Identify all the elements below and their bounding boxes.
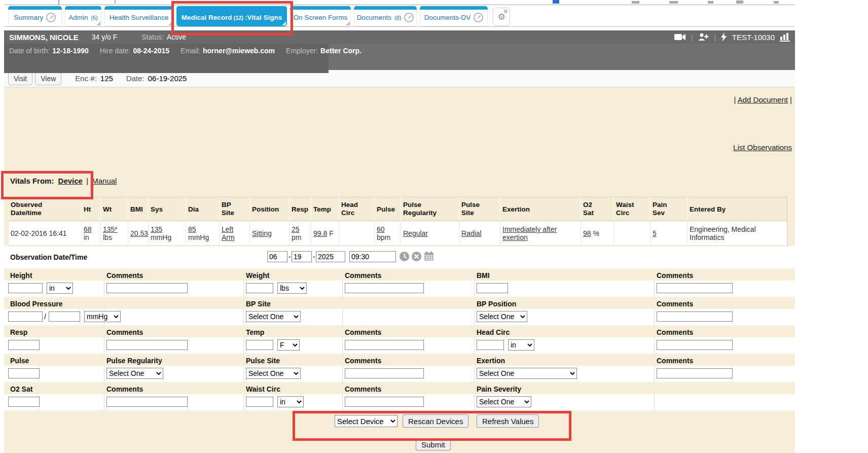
pulse-site-link[interactable]: Radial [461,229,482,237]
pulse-regularity-select[interactable]: Select One [106,368,163,379]
sys-link[interactable]: 135 [151,225,162,233]
submit-button[interactable]: Submit [416,438,451,450]
temp-link[interactable]: 99.8 [313,229,327,237]
exertion-link[interactable]: Immediately after exertion [502,225,557,241]
bp-site-link[interactable]: Left Arm [222,225,235,241]
tab-on-screen-forms[interactable]: On Screen Forms [290,6,351,26]
chrome-artifact [736,1,743,4]
tab-summary[interactable]: Summary ↗ [8,6,62,26]
cell-bp-site: Left Arm [220,221,250,246]
waist-circ-unit-select[interactable]: in [277,396,304,407]
rescan-devices-button[interactable]: Rescan Devices [403,414,468,428]
tab-documents[interactable]: Documents (8) ↗ [354,6,417,26]
visit-button[interactable]: Visit [8,72,32,85]
comments-label: Comments [657,327,693,338]
open-in-new-icon[interactable]: ↗ [474,13,483,22]
waist-circ-input[interactable] [246,397,273,407]
weight-input[interactable] [246,283,273,293]
add-document-link[interactable]: Add Document [738,95,788,104]
tab-label: Documents [357,14,391,21]
head-circ-comments-input[interactable] [657,340,733,350]
resp-input[interactable] [8,340,40,350]
email-label: Email: [180,47,200,55]
comments-label: Comments [345,355,381,366]
temp-comments-input[interactable] [345,340,424,350]
bp-diastolic-input[interactable] [49,311,80,322]
tab-medical-record-vital-signs[interactable]: Medical Record (12) :Vital Signs [176,6,287,26]
clear-date-icon[interactable] [411,251,422,262]
bp-unit-select[interactable]: mmHg [84,311,121,322]
form-input-row-1: in lbs [4,281,795,297]
tab-documents-dv[interactable]: Documents-DV ↗ [420,6,488,26]
video-camera-icon[interactable] [674,33,686,41]
settings-button[interactable]: ⚙ ⚙ [493,8,510,26]
tab-health-surveillance[interactable]: Health Surveillance [104,6,173,26]
select-device-select[interactable]: Select Device [335,415,397,427]
open-in-new-icon[interactable]: ↗ [46,13,56,22]
bp-site-select[interactable]: Select One [246,311,301,322]
cell-position: Sitting [250,221,290,246]
col-resp: Resp [290,197,311,221]
dia-link[interactable]: 85 [188,225,196,233]
tab-label: Summary [14,14,44,21]
head-circ-input[interactable] [477,340,504,350]
vitals-from-device-link[interactable]: Device [58,177,83,185]
col-o2-sat: O2 Sat [581,197,614,221]
flowsheet-chart-icon[interactable] [780,32,790,42]
bmi-input[interactable] [477,283,508,293]
weight-comments-input[interactable] [345,283,424,293]
dob-value: 12-18-1990 [52,47,89,55]
bp-comments-input[interactable] [657,311,733,322]
o2-sat-comments-input[interactable] [106,397,188,407]
obs-month-input[interactable] [267,251,287,262]
calendar-icon[interactable] [424,251,434,261]
pain-sev-link[interactable]: 5 [653,229,657,237]
bmi-comments-input[interactable] [657,283,733,293]
temp-unit-select[interactable]: F [277,339,300,351]
tab-label: Medical Record [182,14,232,21]
ht-link[interactable]: 68 [84,225,92,233]
pulse-regularity-link[interactable]: Regular [403,229,428,237]
position-link[interactable]: Sitting [252,229,272,237]
col-temp: Temp [311,197,339,221]
open-in-new-icon[interactable]: ↗ [404,13,414,22]
dob-label: Date of birth: [9,47,50,55]
pulse-input[interactable] [8,368,40,378]
obs-year-input[interactable] [316,251,345,262]
bp-systolic-input[interactable] [8,311,43,322]
vitals-from-manual-link[interactable]: Manual [92,177,117,185]
cell-bmi: 20.53 [128,221,149,246]
add-person-icon[interactable] [698,33,709,41]
bp-position-select[interactable]: Select One [477,311,527,322]
status-label: Status: [141,33,164,41]
exertion-select[interactable]: Select One [477,368,577,379]
quick-action-lightning-icon[interactable] [721,32,727,42]
exertion-comments-input[interactable] [657,368,733,378]
pulse-comments-input[interactable] [345,368,424,378]
height-unit-select[interactable]: in [47,283,73,294]
height-input[interactable] [8,283,43,293]
head-circ-unit-select[interactable]: in [508,339,534,351]
obs-day-input[interactable] [292,251,312,262]
tab-admin[interactable]: Admin (5) [65,6,101,26]
pulse-link[interactable]: 60 [377,225,385,233]
resp-comments-input[interactable] [106,340,188,350]
pulse-site-select[interactable]: Select One [246,368,301,379]
clock-icon[interactable] [399,251,410,262]
temp-input[interactable] [246,340,273,350]
chrome-artifact [115,0,116,4]
o2-sat-link[interactable]: 98 [583,229,591,237]
list-observations-link[interactable]: List Observations [733,143,792,152]
refresh-values-button[interactable]: Refresh Values [477,414,539,428]
waist-circ-comments-input[interactable] [345,397,424,407]
height-comments-input[interactable] [106,283,188,293]
bmi-link[interactable]: 20.53 [130,229,148,237]
view-button[interactable]: View [35,72,61,85]
obs-time-input[interactable] [349,251,396,262]
resp-link[interactable]: 25 [292,225,300,233]
pain-severity-select[interactable]: Select One [477,396,531,407]
o2-sat-input[interactable] [8,397,40,407]
weight-unit-select[interactable]: lbs [277,283,307,294]
tab-label: Documents-DV [424,14,471,21]
wt-link[interactable]: 135* [103,225,118,233]
